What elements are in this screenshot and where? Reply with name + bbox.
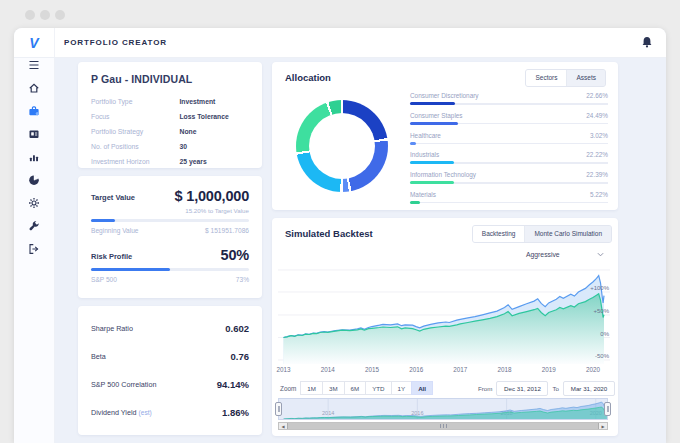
stat-value: 0.76 (231, 351, 250, 362)
sector-label: Consumer Staples (410, 112, 463, 119)
sector-pct: 3.02% (590, 132, 608, 139)
from-date-input[interactable]: Dec 31, 2012 (496, 381, 548, 396)
backtest-title: Simulated Backtest (285, 228, 373, 239)
sector-label: Consumer Discretionary (410, 92, 479, 99)
navigator-x-label: 2016 (411, 410, 423, 416)
stat-value: 94.14% (217, 379, 249, 390)
x-axis-label: 2015 (365, 366, 380, 373)
zoom-button-1y[interactable]: 1Y (391, 381, 413, 395)
stat-label: Sharpe Ratio (91, 324, 133, 333)
scrollbar-left-arrow[interactable]: ◀ (279, 423, 287, 429)
wrench-icon (30, 221, 39, 230)
risk-profile-value: 50% (221, 247, 249, 263)
allocation-card: Allocation Sectors Assets Consumer Discr… (272, 62, 618, 210)
profile-card: P Gau - INDIVIDUAL Portfolio TypeInvestm… (78, 62, 262, 168)
app-header: V PORTFOLIO CREATOR (14, 28, 666, 58)
scrollbar-right-arrow[interactable]: ▶ (599, 423, 607, 429)
home-icon (30, 84, 38, 92)
sector-label: Industrials (410, 151, 439, 158)
bar-chart-icon (30, 155, 38, 161)
tab-monte-carlo[interactable]: Monte Carlo Simulation (524, 226, 611, 242)
tab-assets[interactable]: Assets (566, 70, 605, 86)
date-range-controls: From Dec 31, 2012 To Mar 31, 2020 (478, 381, 615, 396)
beginning-value-amount: $ 151951.7086 (205, 227, 249, 234)
sidebar-item-vault[interactable] (28, 128, 40, 140)
stats-row: S&P 500 Correlation94.14% (91, 370, 249, 398)
allocation-list: Consumer Discretionary22.66% Consumer St… (410, 90, 608, 209)
to-date-input[interactable]: Mar 31, 2020 (563, 381, 615, 396)
sector-bar-fill (410, 142, 416, 145)
sidebar-item-logout[interactable] (28, 243, 40, 255)
navigator-right-handle[interactable] (604, 402, 611, 416)
stats-row: Dividend Yield (est) 1.86% (91, 398, 249, 426)
sector-label: Healthcare (410, 132, 441, 139)
y-axis-label: -50% (595, 353, 610, 359)
window-control-dot[interactable] (25, 10, 35, 20)
allocation-row: Consumer Staples24.49% (410, 110, 608, 130)
target-progress-note: 15.20% to Target Value (91, 207, 249, 214)
allocation-row: Information Technology22.39% (410, 169, 608, 189)
tab-sectors[interactable]: Sectors (526, 70, 566, 86)
chart-navigator[interactable]: 2014201620182020 (278, 398, 608, 420)
gear-icon (29, 198, 39, 208)
navigator-mini-chart: 2014201620182020 (279, 399, 607, 419)
sector-bar-track (410, 202, 608, 204)
scrollbar-thumb[interactable] (287, 423, 599, 429)
window-control-dot[interactable] (55, 10, 65, 20)
risk-progress-bar (91, 268, 249, 271)
zoom-button-all[interactable]: All (411, 381, 433, 395)
stat-label: S&P 500 Correlation (91, 380, 156, 389)
zoom-button-6m[interactable]: 6M (344, 381, 367, 395)
sidebar-item-allocation[interactable] (28, 174, 40, 186)
benchmark-label: S&P 500 (91, 276, 117, 283)
row-value: 25 years (179, 158, 249, 165)
sector-pct: 22.39% (586, 171, 608, 178)
x-axis-label: 2017 (453, 366, 468, 373)
y-axis-label: 0% (600, 331, 609, 337)
stat-value: 1.86% (222, 407, 249, 418)
profile-row: Portfolio TypeInvestment (91, 94, 249, 109)
y-axis-label: +50% (593, 308, 609, 314)
sidebar-item-performance[interactable] (28, 151, 40, 163)
navigator-x-label: 2014 (322, 410, 334, 416)
profile-rows: Portfolio TypeInvestment FocusLoss Toler… (91, 94, 249, 169)
profile-row: Investment Horizon25 years (91, 154, 249, 169)
sidebar-item-home[interactable] (28, 82, 40, 94)
navigator-left-handle[interactable] (275, 402, 282, 416)
zoom-button-ytd[interactable]: YTD (365, 381, 391, 395)
sector-pct: 22.66% (586, 92, 608, 99)
stats-row: Beta0.76 (91, 342, 249, 370)
risk-profile-dropdown[interactable]: Aggressive (526, 251, 604, 258)
allocation-row: Industrials22.22% (410, 149, 608, 169)
sector-label: Materials (410, 191, 436, 198)
zoom-button-1m[interactable]: 1M (300, 381, 323, 395)
stat-label: Beta (91, 352, 106, 361)
sector-bar-fill (410, 161, 454, 164)
sector-bar-fill (410, 201, 420, 204)
sector-bar-fill (410, 181, 454, 184)
allocation-row: Materials5.22% (410, 189, 608, 209)
sidebar-item-settings[interactable] (28, 197, 40, 209)
tab-backtesting[interactable]: Backtesting (473, 226, 525, 242)
chevron-down-icon (597, 252, 604, 257)
risk-profile-label: Risk Profile (91, 252, 132, 263)
app-window: V PORTFOLIO CREATOR (14, 28, 666, 443)
zoom-button-3m[interactable]: 3M (322, 381, 345, 395)
row-label: Focus (91, 113, 179, 120)
sidebar-item-tools[interactable] (28, 220, 40, 232)
sidebar-item-menu[interactable] (28, 59, 40, 71)
backtest-toggle: Backtesting Monte Carlo Simulation (472, 225, 612, 243)
window-control-dot[interactable] (40, 10, 50, 20)
page-title: PORTFOLIO CREATOR (64, 28, 167, 57)
target-progress-bar (91, 219, 249, 222)
scrollbar-grip (440, 424, 447, 428)
pie-chart-icon (29, 175, 39, 185)
target-value-amount: $ 1,000,000 (175, 188, 249, 204)
chart-scrollbar[interactable]: ◀ ▶ (278, 422, 608, 430)
notifications-bell-icon[interactable] (641, 36, 653, 49)
allocation-row: Consumer Discretionary22.66% (410, 90, 608, 110)
sidebar-item-portfolio[interactable] (28, 105, 40, 117)
row-value: None (179, 128, 249, 135)
allocation-title: Allocation (285, 72, 331, 83)
allocation-donut-chart (296, 100, 388, 192)
